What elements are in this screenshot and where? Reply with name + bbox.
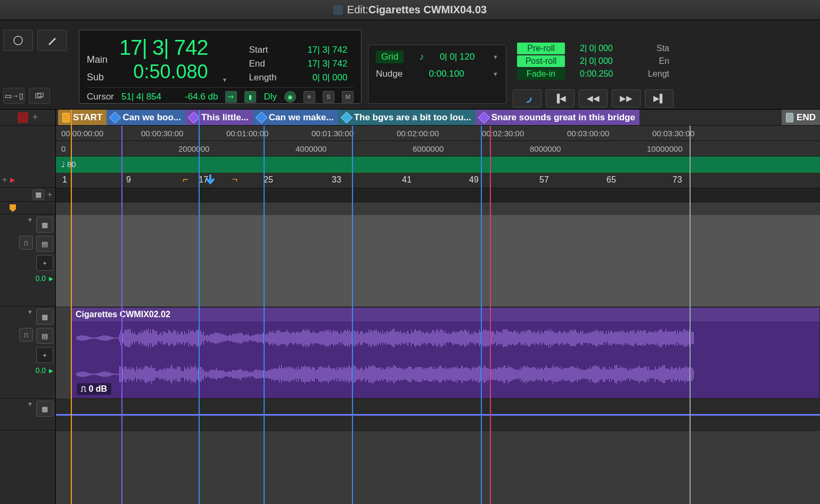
tab-to-transient-button[interactable]: ▭→▯ <box>3 88 24 104</box>
playhead-marker-pink <box>490 126 491 504</box>
nudge-value[interactable]: 0:00.100 <box>429 69 464 79</box>
audio-clip[interactable]: Cigarettes CWMIX02.02 ⎍ 0 dB <box>71 307 820 399</box>
marker-record-icon[interactable] <box>18 112 28 123</box>
track-2[interactable]: Cigarettes CWMIX02.02 ⎍ 0 dB <box>56 307 820 399</box>
main-label: Main <box>87 54 108 65</box>
marker-4[interactable]: The bgvs are a bit too lou... <box>338 110 475 125</box>
main-counter-value[interactable]: 17| 3| 742 <box>119 36 208 60</box>
transport-controls: ▐◀ ◀◀ ▶▶ ▶▌ <box>513 89 674 108</box>
track1-elastic-button[interactable]: ▤ <box>36 236 53 252</box>
smart-tool-button[interactable] <box>3 30 33 51</box>
selection-in-icon[interactable]: ⌐ <box>183 174 188 185</box>
timecode-tick: 00:03:00:00 <box>567 129 609 138</box>
samples-ruler[interactable]: 0200000040000006000000800000010000000 <box>56 141 820 156</box>
rewind-button[interactable]: ◀◀ <box>579 89 608 108</box>
track3-view-dropdown-icon[interactable] <box>27 401 33 417</box>
bars-ruler[interactable]: ⌐ ¬ 191725334149576573 <box>56 172 820 188</box>
preroll-value[interactable]: 2| 0| 000 <box>580 44 613 53</box>
track2-controls: ▦ ⎍ ▤ + 0.0 ▶ <box>0 307 55 399</box>
cursor-label: Cursor <box>87 92 114 102</box>
automation-icon[interactable]: ◉ <box>284 91 296 103</box>
secondary-marker-ruler[interactable] <box>56 202 820 215</box>
track2-add-button[interactable]: + <box>36 347 53 363</box>
title-bar: Edit: Cigarettes CWMIX04.03 <box>0 0 820 20</box>
postroll-button[interactable]: Post-roll <box>517 55 565 67</box>
ruler-opt-button[interactable]: ▦ <box>32 189 44 200</box>
edit-tools: ▭→▯ <box>3 30 72 104</box>
track1-playlist-button[interactable]: ▦ <box>36 217 53 233</box>
grid-dropdown-icon[interactable] <box>493 54 498 60</box>
main-counter-panel: Main Sub 17| 3| 742 0:50.080 Start End L… <box>79 30 362 104</box>
track3-controls: ▦ <box>0 399 55 431</box>
automation-line[interactable] <box>56 414 820 416</box>
preroll-button[interactable]: Pre-roll <box>517 43 565 54</box>
add-marker-button[interactable]: + <box>32 112 38 123</box>
grid-mode-button[interactable]: Grid <box>376 51 404 63</box>
online-button[interactable] <box>513 89 542 108</box>
main-format-dropdown-icon[interactable] <box>222 77 228 83</box>
rtz-button[interactable]: ▐◀ <box>546 89 575 108</box>
track2-vol-value[interactable]: 0.0 <box>36 366 46 375</box>
track2-elastic-button[interactable]: ▤ <box>36 328 53 344</box>
timecode-tick: 00:03:30:00 <box>652 129 694 138</box>
forward-button[interactable]: ▶▶ <box>612 89 641 108</box>
note-icon: ♪ <box>420 52 424 62</box>
waveform-right <box>77 361 814 387</box>
marker-3[interactable]: Can we make... <box>253 110 338 125</box>
marker-ruler[interactable]: STARTCan we boo...This little...Can we m… <box>56 110 820 126</box>
clip-gain-value: 0 dB <box>88 384 107 393</box>
selection-out-icon[interactable]: ¬ <box>232 174 238 185</box>
track1-vol-value[interactable]: 0.0 <box>36 274 46 283</box>
timeline-area[interactable]: STARTCan we boo...This little...Can we m… <box>56 110 820 504</box>
track2-automation-button[interactable]: ⎍ <box>19 328 33 342</box>
pencil-tool-button[interactable] <box>37 30 67 51</box>
add-ruler-button[interactable]: + <box>47 190 52 200</box>
grid-nudge-panel: Grid ♪ 0| 0| 120 Nudge 0:00.100 <box>368 45 506 104</box>
track1-add-button[interactable]: + <box>36 255 53 271</box>
nudge-dropdown-icon[interactable] <box>493 71 498 77</box>
playhead-marker-blue4 <box>481 126 482 504</box>
marker-0[interactable]: START <box>58 110 106 125</box>
track-3[interactable] <box>56 399 820 431</box>
edit-area: + + ▶ ▦ + ▦ ⎍ ▤ + 0.0 ▶ <box>0 110 820 504</box>
insertion-follows-icon[interactable] <box>225 91 237 103</box>
marker-1[interactable]: Can we boo... <box>106 110 185 125</box>
solo-indicator[interactable]: S <box>323 91 334 103</box>
fadein-button[interactable]: Fade-in <box>517 68 565 80</box>
snap-icon[interactable]: ✳ <box>304 91 315 103</box>
end-value[interactable]: 17| 3| 742 <box>307 59 347 69</box>
track2-view-dropdown-icon[interactable] <box>27 309 33 325</box>
marker-2[interactable]: This little... <box>185 110 253 125</box>
timecode-ruler[interactable]: 00:00:00:0000:00:30:0000:01:00:0000:01:3… <box>56 126 820 141</box>
bar-tick: 57 <box>539 175 549 185</box>
link-edit-button[interactable] <box>29 88 50 104</box>
add-tempo-button[interactable]: + <box>2 175 7 185</box>
start-label: Start <box>249 45 276 55</box>
playhead-start <box>71 110 72 504</box>
grid-value[interactable]: 0| 0| 120 <box>440 52 475 62</box>
mute-indicator[interactable]: M <box>342 91 354 103</box>
goto-end-button[interactable]: ▶▌ <box>645 89 674 108</box>
fadein-value[interactable]: 0:00.250 <box>580 69 613 79</box>
link-timeline-icon[interactable]: ▮ <box>244 91 256 103</box>
playhead-marker-blue2 <box>264 126 265 504</box>
length-abbr: Lengt <box>648 69 669 79</box>
sub-counter-value[interactable]: 0:50.080 <box>133 61 208 83</box>
tempo-ruler[interactable]: ♩ 80 <box>56 156 820 172</box>
clip-gain-badge[interactable]: ⎍ 0 dB <box>77 383 111 395</box>
marker-6[interactable]: END <box>782 110 820 125</box>
svg-rect-1 <box>36 94 41 98</box>
selection-ruler[interactable] <box>56 188 820 202</box>
start-value[interactable]: 17| 3| 742 <box>307 45 347 55</box>
track3-playlist-button[interactable]: ▦ <box>36 401 53 417</box>
postroll-value[interactable]: 2| 0| 000 <box>580 56 613 66</box>
track1-automation-button[interactable]: ⎍ <box>19 236 33 250</box>
bar-tick: 49 <box>469 175 479 185</box>
length-value[interactable]: 0| 0| 000 <box>313 72 348 83</box>
dly-label[interactable]: Dly <box>264 92 277 102</box>
track-1[interactable] <box>56 215 820 307</box>
track1-play-icon: ▶ <box>49 276 53 282</box>
track2-playlist-button[interactable]: ▦ <box>36 309 53 325</box>
track1-view-dropdown-icon[interactable] <box>27 217 33 233</box>
marker-5[interactable]: Snare sounds great in this bridge <box>475 110 639 125</box>
